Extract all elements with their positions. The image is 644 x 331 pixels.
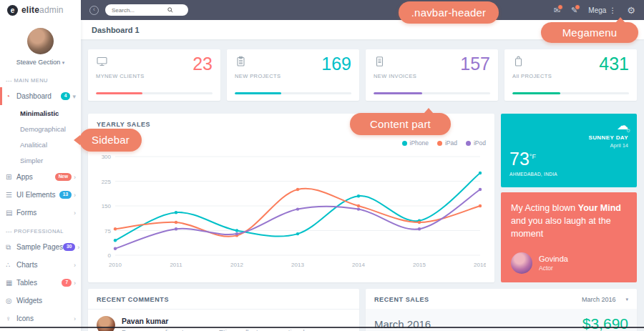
messages-icon[interactable]: ✉ [554,6,560,14]
svg-text:75: 75 [104,228,111,234]
quote-avatar [511,252,532,274]
svg-text:225: 225 [102,179,112,185]
compose-icon[interactable]: ✎ [571,6,577,14]
chart-legend: iPhone iPad iPod [97,139,486,147]
svg-text:300: 300 [102,154,112,160]
widgets-icon: ◎ [6,297,16,305]
progress-bar [96,92,213,94]
search-input[interactable] [110,6,165,14]
badge: 4 [61,92,71,100]
svg-text:2011: 2011 [170,262,182,268]
recent-sales-panel: RECENT SALES March 2016▾ March 2016 $3,6… [366,289,637,331]
chevron-right-icon: › [74,280,76,287]
progress-bar [235,92,351,94]
legend-item-iphone[interactable]: iPhone [402,139,429,147]
top-navbar: e eliteadmin ‹ ✉ ✎ Mega⋮ ⚙ [0,0,644,20]
bag-icon [512,56,525,70]
logo[interactable]: e eliteadmin [0,0,81,20]
dashboard-icon: ◔ [6,92,16,100]
weather-date: April 14 [610,142,628,149]
sales-amount: $3,690 [582,315,628,331]
cloud-sun-icon: ☁☼ [617,120,628,132]
search-icon [167,7,173,13]
legend-item-ipad[interactable]: iPad [437,139,457,147]
comment-avatar [97,316,115,331]
stat-card-new-clients[interactable]: 23 MYNEW CLIENTS [88,49,220,101]
sidebar-section-main-menu: --- MAIN MENU [0,71,81,87]
badge: 13 [59,191,72,199]
chevron-right-icon: › [74,209,76,217]
chevron-right-icon: › [74,174,76,181]
recent-comments-panel: RECENT COMMENTS Pavan kumar Donec ac con… [88,289,359,331]
annotation-sidebar: Sidebar [79,129,142,152]
weather-widget[interactable]: ☁☼ SUNNEY DAY April 14 73°F AHMEDABAD, I… [501,114,637,187]
monitor-icon [96,56,108,70]
weather-temp: 73°F [509,150,628,168]
yearly-sales-chart: 0751502253002010201120122013201420152016 [97,149,486,272]
megamenu-trigger[interactable]: Mega⋮ [588,6,616,14]
legend-dot [466,141,471,146]
legend-dot [402,141,407,146]
sidebar-item-analitical[interactable]: Analitical [0,137,81,152]
chevron-right-icon: › [77,244,79,251]
svg-text:2010: 2010 [109,262,122,268]
clipboard-icon [235,56,247,70]
month-filter-dropdown[interactable]: March 2016▾ [582,296,628,303]
pages-icon: ⧉ [6,243,16,252]
sidebar-item-sample-pages[interactable]: ⧉ Sample Pages 30 › [0,238,81,256]
user-profile[interactable]: Steave Gection ▾ [0,20,81,71]
annotation-content-part: Content part [350,113,451,135]
progress-bar [512,92,629,94]
apps-icon: ⊞ [6,173,16,181]
svg-text:2016: 2016 [474,262,486,268]
sidebar-toggle-icon[interactable]: ‹ [89,6,99,15]
badge: 30 [63,243,75,251]
yearly-sales-panel: YEARLY SALES iPhone iPad iPod 0751502253… [88,114,494,282]
sidebar-item-ui-elements[interactable]: ☰ UI Elements 13 › [0,186,81,204]
svg-text:2012: 2012 [230,262,243,268]
sidebar-item-dashboard[interactable]: ◔ Dashboard 4 ▾ [0,87,81,105]
sidebar-item-charts[interactable]: ∴ Charts › [0,256,81,274]
sidebar-item-tables[interactable]: ▦ Tables 7 › [0,274,81,292]
badge: 7 [62,279,72,287]
annotation-megamenu: Megamenu [541,22,638,43]
search-box[interactable] [105,4,188,16]
charts-icon: ∴ [6,261,16,269]
stat-cards-row: 23 MYNEW CLIENTS 169 NEW PROJECTS 157 NE… [88,49,637,101]
comment-author: Pavan kumar [122,317,351,325]
stat-card-all-projects[interactable]: 431 All PROJECTS [504,49,637,101]
sidebar-item-apps[interactable]: ⊞ Apps New › [0,168,81,186]
screenshot-edge-line [0,327,644,328]
sidebar-item-widgets[interactable]: ◎ Widgets [0,292,81,310]
sidebar-item-minimalistic[interactable]: Minimalistic [0,105,81,121]
quote-role: Actor [539,265,568,272]
sidebar-item-icons[interactable]: ♀ Icons › [0,310,81,327]
stat-card-new-projects[interactable]: 169 NEW PROJECTS [227,49,359,101]
svg-text:2013: 2013 [291,262,304,268]
recent-sales-title: RECENT SALES [374,296,429,303]
invoice-file-icon [374,56,386,70]
weather-location: AHMEDABAD, INDIA [509,172,628,177]
chevron-right-icon: › [74,315,76,322]
forms-icon: ▤ [6,209,16,217]
quote-text: My Acting blown Your Mind and you also l… [511,202,627,240]
main-content: Dashboard 1 23 MYNEW CLIENTS 169 NEW PRO… [81,20,644,331]
settings-gear-icon[interactable]: ⚙ [627,5,635,16]
sidebar-item-forms[interactable]: ▤ Forms › [0,204,81,222]
sidebar-item-demographical[interactable]: Demographical [0,121,81,137]
svg-text:150: 150 [102,203,112,209]
user-avatar [27,28,54,54]
notification-dot [575,4,580,10]
icons-icon: ♀ [6,315,16,322]
quote-widget[interactable]: My Acting blown Your Mind and you also l… [501,192,637,282]
sidebar-item-simpler[interactable]: Simpler [0,152,81,168]
brand-name: eliteadmin [21,5,64,15]
chevron-right-icon: › [74,192,76,199]
legend-item-ipod[interactable]: iPod [466,139,486,147]
chevron-right-icon: › [74,262,76,269]
stat-card-new-invoices[interactable]: 157 NEW INVOICES [366,49,498,101]
logo-icon: e [7,5,18,16]
svg-text:0: 0 [108,252,112,259]
legend-dot [437,141,442,146]
navbar-right: ✉ ✎ Mega⋮ ⚙ [554,5,635,16]
